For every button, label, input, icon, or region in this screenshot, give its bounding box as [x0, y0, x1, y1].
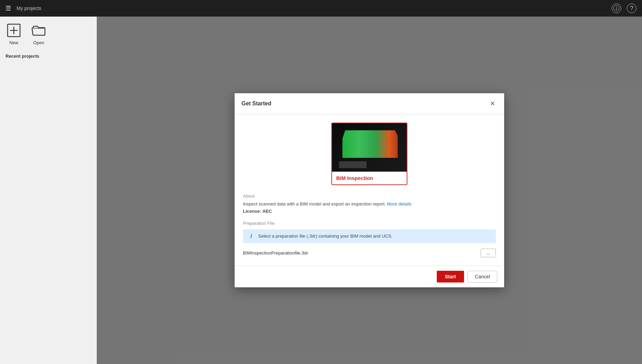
left-panel: New Open Recent projects [0, 17, 97, 364]
prep-info-box: i Select a preparation file (.3dr) conta… [243, 229, 496, 243]
cancel-button[interactable]: Cancel [468, 271, 497, 282]
open-label: Open [33, 40, 44, 45]
about-section-title: About [243, 193, 496, 199]
modal-overlay: Get Started ✕ BIM Inspection About [97, 17, 642, 364]
topbar-action-icons: ⓘ ? [612, 3, 636, 13]
info-icon-button[interactable]: ⓘ [612, 3, 621, 13]
prep-info-text: Select a preparation file (.3dr) contain… [258, 233, 393, 240]
bim-card-label: BIM Inspection [332, 172, 407, 184]
modal-body: BIM Inspection About Inspect scanned dat… [235, 114, 504, 266]
prep-section-title: Preparation File [243, 221, 496, 226]
topbar: ☰ My projects ⓘ ? [0, 0, 642, 17]
modal-title: Get Started [242, 100, 271, 107]
open-icon [30, 22, 47, 39]
toolbar: New Open [6, 22, 91, 45]
file-row: BIMInspectionPreparationfile.3dr ... [243, 249, 496, 257]
new-icon [6, 22, 22, 39]
content-area: Get Started ✕ BIM Inspection About [97, 17, 642, 364]
topbar-title: My projects [17, 6, 41, 11]
recent-projects-title: Recent projects [6, 54, 91, 59]
bim-card-image [332, 123, 407, 172]
more-details-link[interactable]: More details [387, 201, 412, 207]
new-button[interactable]: New [6, 22, 22, 45]
modal-close-button[interactable]: ✕ [488, 99, 497, 108]
get-started-modal: Get Started ✕ BIM Inspection About [235, 93, 504, 287]
main-area: New Open Recent projects Get Started [0, 17, 642, 364]
file-name: BIMInspectionPreparationfile.3dr [243, 250, 476, 256]
bim-card-image-inner [332, 123, 407, 172]
help-icon-button[interactable]: ? [627, 3, 636, 13]
license-text: License: AEC [243, 209, 496, 214]
open-button[interactable]: Open [30, 22, 47, 45]
modal-header: Get Started ✕ [235, 93, 504, 114]
info-icon: i [248, 233, 255, 239]
about-description: Inspect scanned data with a BIM model an… [243, 201, 496, 207]
bim-inspection-card[interactable]: BIM Inspection [331, 123, 407, 185]
modal-footer: Start Cancel [235, 266, 504, 287]
menu-icon[interactable]: ☰ [6, 4, 11, 12]
new-label: New [9, 40, 18, 45]
file-browse-button[interactable]: ... [481, 249, 496, 257]
start-button[interactable]: Start [437, 271, 464, 282]
